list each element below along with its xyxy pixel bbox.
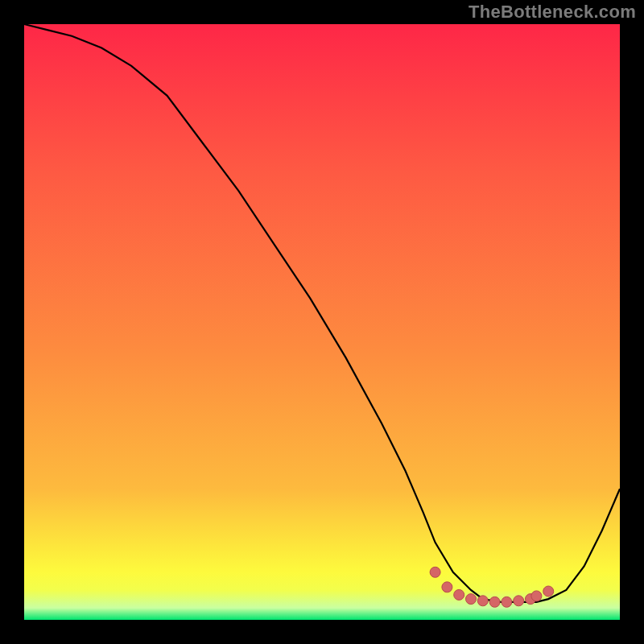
plot-background	[24, 24, 620, 620]
marker-dot	[514, 596, 524, 606]
marker-dot	[442, 582, 452, 592]
marker-dot	[489, 597, 500, 607]
marker-dot	[466, 594, 477, 605]
marker-dot	[543, 586, 554, 597]
marker-dot	[477, 596, 488, 606]
bottleneck-chart: TheBottleneck.com	[0, 0, 644, 644]
marker-dot	[531, 591, 542, 601]
marker-dot	[454, 589, 464, 600]
chart-svg	[0, 0, 644, 644]
marker-dot	[430, 567, 440, 577]
watermark-text: TheBottleneck.com	[469, 2, 636, 23]
marker-dot	[502, 597, 512, 607]
